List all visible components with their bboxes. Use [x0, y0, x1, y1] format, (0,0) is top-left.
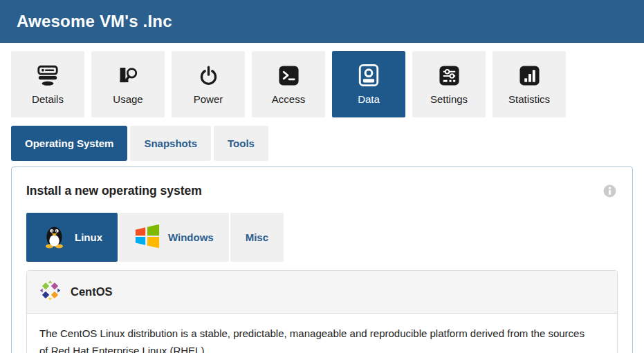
- os-tab-misc-label: Misc: [246, 231, 268, 243]
- tab-data[interactable]: Data: [332, 51, 405, 117]
- tux-penguin-icon: [42, 222, 67, 252]
- os-tab-linux[interactable]: Linux: [26, 213, 118, 262]
- tab-settings-label: Settings: [430, 93, 468, 105]
- os-tab-linux-label: Linux: [75, 231, 102, 243]
- os-card-header[interactable]: CentOS: [27, 271, 617, 314]
- tab-usage-label: Usage: [113, 93, 142, 105]
- tab-power-label: Power: [194, 93, 223, 105]
- subtab-tools[interactable]: Tools: [214, 126, 268, 161]
- os-card-centos: CentOS The CentOS Linux distribution is …: [26, 270, 618, 353]
- os-card-title: CentOS: [71, 285, 113, 298]
- terminal-icon: [278, 64, 300, 87]
- sub-tab-bar: Operating System Snapshots Tools: [0, 117, 644, 161]
- os-tab-windows-label: Windows: [168, 231, 214, 243]
- subtab-operating-system-label: Operating System: [25, 137, 113, 149]
- info-icon[interactable]: [603, 184, 616, 198]
- hdd-icon: [357, 64, 380, 87]
- tab-statistics-label: Statistics: [508, 93, 550, 105]
- power-icon: [197, 64, 220, 87]
- tab-data-label: Data: [358, 93, 380, 105]
- app-title: Awesome VM's .Inc: [17, 12, 172, 31]
- os-tab-misc[interactable]: Misc: [230, 213, 284, 262]
- server-icon: [36, 64, 59, 87]
- tab-details-label: Details: [32, 93, 64, 105]
- tab-access[interactable]: Access: [252, 51, 325, 117]
- usage-magnifier-icon: [117, 64, 140, 87]
- main-tab-bar: Details Usage Power: [0, 43, 644, 117]
- os-family-tab-bar: Linux Windows Misc: [26, 213, 618, 262]
- centos-logo-icon: [39, 280, 61, 304]
- tab-settings[interactable]: Settings: [412, 51, 486, 117]
- tab-usage[interactable]: Usage: [91, 51, 165, 117]
- subtab-tools-label: Tools: [228, 137, 255, 149]
- subtab-snapshots[interactable]: Snapshots: [130, 126, 211, 161]
- os-description: The CentOS Linux distribution is a stabl…: [27, 314, 608, 353]
- panel-title: Install a new operating system: [26, 180, 618, 198]
- windows-logo-icon: [134, 223, 160, 251]
- os-tab-windows[interactable]: Windows: [119, 213, 229, 262]
- tab-access-label: Access: [272, 93, 305, 105]
- tab-details[interactable]: Details: [11, 51, 84, 117]
- subtab-operating-system[interactable]: Operating System: [11, 126, 127, 161]
- app-header: Awesome VM's .Inc: [0, 0, 644, 43]
- bar-chart-icon: [519, 64, 540, 87]
- tab-power[interactable]: Power: [172, 51, 245, 117]
- install-os-panel: Install a new operating system: [11, 166, 633, 353]
- subtab-snapshots-label: Snapshots: [144, 137, 197, 149]
- tab-statistics[interactable]: Statistics: [493, 51, 566, 117]
- sliders-icon: [439, 64, 460, 87]
